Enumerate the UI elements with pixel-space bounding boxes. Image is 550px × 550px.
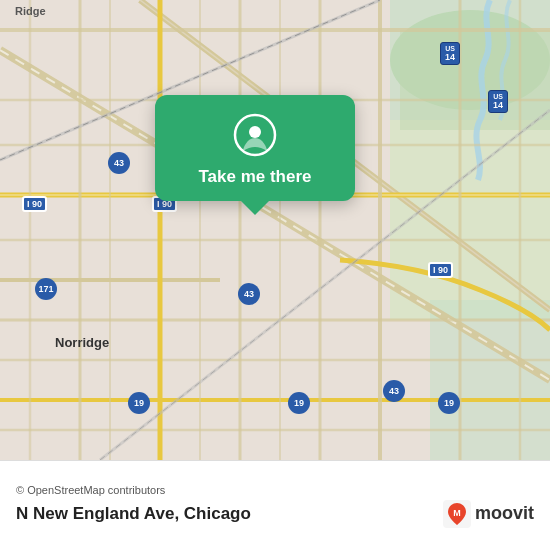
take-me-there-button[interactable]: Take me there (198, 167, 311, 187)
map: Ridge Norridge I 90 I 90 I 90 US 14 US 1… (0, 0, 550, 460)
svg-rect-5 (400, 30, 550, 130)
attribution-text: © OpenStreetMap contributors (16, 484, 534, 496)
location-pin-icon (233, 113, 277, 157)
location-name: N New England Ave, Chicago (16, 504, 251, 524)
svg-text:M: M (453, 508, 461, 518)
bottom-bar: © OpenStreetMap contributors N New Engla… (0, 460, 550, 550)
moovit-logo-icon: M (443, 500, 471, 528)
moovit-text: moovit (475, 503, 534, 524)
popup-card[interactable]: Take me there (155, 95, 355, 201)
svg-rect-3 (430, 300, 550, 460)
svg-point-37 (249, 126, 261, 138)
moovit-logo: M moovit (443, 500, 534, 528)
